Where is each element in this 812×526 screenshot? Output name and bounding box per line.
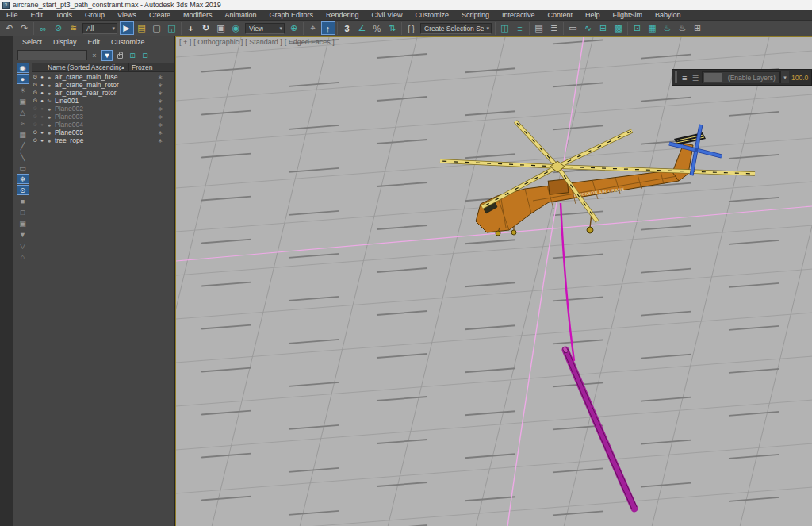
display-lights-icon[interactable]: ☀ — [17, 85, 29, 95]
toggle-layer-explorer-button[interactable]: ≣ — [547, 21, 561, 35]
object-name[interactable]: air_crane_main_fuse — [53, 73, 146, 81]
object-name[interactable]: Plane002 — [53, 105, 146, 113]
render-iterative-button[interactable]: ♨ — [676, 21, 690, 35]
display-ik-chains-icon[interactable]: ╲ — [17, 152, 29, 162]
menu-views[interactable]: Views — [111, 10, 143, 21]
table-row[interactable]: ⊙●●air_crane_rear_rotor∗ — [32, 89, 174, 97]
selection-dot-icon[interactable]: ● — [39, 122, 45, 127]
viewport-menu[interactable]: [ + ] — [179, 38, 191, 46]
selection-dot-icon[interactable]: ● — [39, 90, 45, 95]
mirror-button[interactable]: ◫ — [498, 21, 512, 35]
spinner-snap-toggle-button[interactable]: ⇅ — [385, 21, 400, 35]
frozen-toggle-icon[interactable]: ∗ — [146, 82, 174, 89]
keyboard-shortcut-override-button[interactable]: ↑ — [321, 21, 335, 35]
select-by-name-button[interactable]: ▤ — [135, 21, 149, 35]
align-button[interactable]: ≡ — [513, 21, 527, 35]
visibility-eye-icon[interactable]: ⊙ — [32, 98, 39, 104]
layer-weight-value[interactable]: 100.0 — [789, 74, 810, 82]
visibility-eye-icon[interactable]: ⊙ — [32, 74, 39, 80]
display-hidden-objects-icon[interactable]: ⊙ — [17, 185, 29, 195]
select-and-rotate-button[interactable]: ↻ — [199, 21, 213, 35]
table-row[interactable]: ⊙●●air_crane_main_rotor∗ — [32, 81, 174, 89]
object-name[interactable]: Plane004 — [53, 121, 146, 129]
toggle-ribbon-button[interactable]: ▭ — [566, 21, 580, 35]
frozen-toggle-icon[interactable]: ∗ — [146, 137, 174, 144]
selection-dot-icon[interactable]: ● — [39, 75, 45, 79]
viewport-pov-label[interactable]: [ Orthographic ] — [193, 38, 243, 46]
visibility-eye-icon[interactable]: ⊙ — [32, 121, 39, 128]
menu-create[interactable]: Create — [143, 10, 177, 21]
rendered-frame-window-button[interactable]: ▦ — [645, 21, 660, 35]
select-and-manipulate-button[interactable]: ⌖ — [306, 21, 320, 35]
selection-dot-icon[interactable]: ● — [39, 130, 45, 135]
object-name[interactable]: tree_rope — [53, 136, 146, 144]
visibility-eye-icon[interactable]: ⊙ — [32, 113, 39, 120]
use-pivot-point-center-button[interactable]: ⊕ — [287, 21, 301, 35]
undo-button[interactable]: ↶ — [2, 21, 17, 35]
pick-container-icon[interactable]: ⌂ — [17, 251, 29, 262]
column-frozen[interactable]: Frozen — [132, 63, 152, 71]
toggle-scene-explorer-button[interactable]: ▤ — [532, 21, 546, 35]
display-bones-icon[interactable]: ╱ — [17, 140, 29, 151]
menu-modifiers[interactable]: Modifiers — [177, 10, 219, 21]
render-production-button[interactable]: ♨ — [661, 21, 675, 35]
menu-file[interactable]: File — [0, 10, 25, 21]
frozen-toggle-icon[interactable]: ∗ — [146, 90, 174, 97]
table-row[interactable]: ⊙●●tree_rope∗ — [32, 136, 174, 144]
select-and-scale-button[interactable]: ▣ — [214, 21, 228, 35]
render-setup-button[interactable]: ⊡ — [630, 21, 645, 35]
visibility-eye-icon[interactable]: ⊙ — [32, 129, 39, 136]
menu-group[interactable]: Group — [79, 10, 111, 21]
sort-ascending-icon[interactable]: ▲ — [121, 65, 128, 70]
selection-dot-icon[interactable]: ● — [39, 138, 45, 143]
bind-to-space-warp-button[interactable]: ≋ — [67, 21, 81, 35]
selection-dot-icon[interactable]: ● — [39, 83, 45, 87]
select-and-move-button[interactable]: + — [184, 21, 198, 35]
remove-column-icon[interactable]: ⊟ — [140, 50, 151, 61]
display-helpers-icon[interactable]: △ — [17, 107, 29, 117]
table-row[interactable]: ⊙●●Plane003∗ — [32, 113, 174, 121]
menu-flightsim[interactable]: FlightSim — [607, 10, 649, 21]
display-controllers-icon[interactable]: □ — [17, 207, 29, 217]
air-crane-main-rotor[interactable] — [440, 121, 755, 221]
column-divider[interactable] — [128, 63, 129, 72]
column-name[interactable]: Name (Sorted Ascending) — [32, 63, 121, 71]
display-groups-icon[interactable]: ▦ — [17, 129, 29, 140]
frozen-toggle-icon[interactable]: ∗ — [146, 98, 174, 105]
menu-rendering[interactable]: Rendering — [320, 10, 366, 21]
visibility-eye-icon[interactable]: ⊙ — [32, 82, 39, 88]
frozen-toggle-icon[interactable]: ∗ — [146, 121, 174, 129]
filter-combinations-icon[interactable]: ▼ — [17, 229, 29, 240]
selection-filter-dropdown[interactable]: All▾ — [82, 23, 117, 34]
display-everything-icon[interactable]: ◉ — [17, 63, 29, 73]
menu-babylon[interactable]: Babylon — [649, 10, 688, 21]
curve-editor-button[interactable]: ∿ — [581, 21, 596, 35]
layer-stack-icon[interactable]: ≣ — [691, 74, 699, 82]
window-crossing-toggle-button[interactable]: ◱ — [165, 21, 179, 35]
display-geometry-icon[interactable]: ● — [17, 74, 29, 84]
viewport[interactable]: [ + ][ Orthographic ][ Standard ][ Edged… — [175, 36, 812, 526]
select-and-link-button[interactable]: ∞ — [36, 21, 51, 35]
search-input[interactable] — [17, 50, 87, 60]
lock-icon[interactable] — [114, 50, 125, 61]
object-name[interactable]: air_crane_rear_rotor — [53, 89, 146, 97]
unlink-selection-button[interactable]: ⊘ — [52, 21, 66, 35]
frozen-toggle-icon[interactable]: ∗ — [146, 74, 174, 81]
display-frozen-objects-icon[interactable]: ❄ — [17, 174, 29, 184]
named-selection-sets-dropdown[interactable]: Create Selection Se▾ — [420, 23, 492, 34]
material-editor-button[interactable]: ▩ — [611, 21, 626, 35]
menu-animation[interactable]: Animation — [218, 10, 262, 21]
select-object-button[interactable]: ▶ — [120, 21, 134, 35]
schematic-view-button[interactable]: ⊞ — [596, 21, 611, 35]
viewport-standard-label[interactable]: [ Standard ] — [245, 38, 282, 46]
explorer-menu-customize[interactable]: Customize — [105, 38, 151, 46]
table-row[interactable]: ⊙●●Plane004∗ — [32, 121, 174, 129]
combo-dropdown-icon[interactable]: ▾ — [780, 71, 789, 83]
menu-civil-view[interactable]: Civil View — [366, 10, 409, 21]
visibility-eye-icon[interactable]: ⊙ — [32, 90, 39, 96]
menu-tools[interactable]: Tools — [49, 10, 79, 21]
menu-interactive[interactable]: Interactive — [496, 10, 542, 21]
visibility-eye-icon[interactable]: ⊙ — [32, 106, 39, 112]
frozen-toggle-icon[interactable]: ∗ — [146, 106, 174, 113]
selection-dot-icon[interactable]: ● — [39, 106, 45, 111]
